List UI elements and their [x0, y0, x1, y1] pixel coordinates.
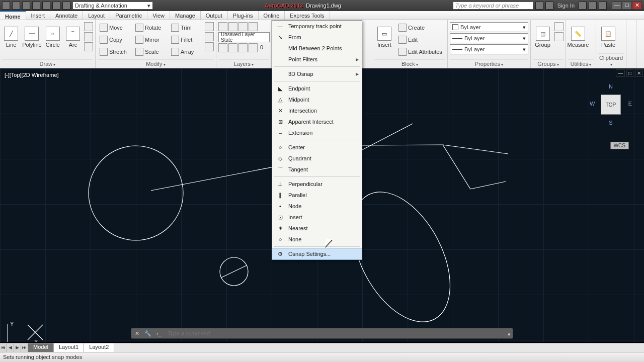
osnap-item-extension[interactable]: –Extension: [272, 127, 362, 138]
color-icon[interactable]: [249, 43, 258, 52]
qat-open-icon[interactable]: [22, 2, 30, 10]
osnap-item-intersection[interactable]: ✕Intersection: [272, 105, 362, 116]
tab-layout2[interactable]: Layout2: [84, 343, 114, 352]
layer-iso-icon[interactable]: [238, 22, 248, 31]
mirror-button[interactable]: Mirror: [133, 34, 167, 45]
search-icon[interactable]: [535, 2, 543, 10]
cmd-wrench-icon[interactable]: 🔧: [142, 328, 153, 338]
osnap-item-quadrant[interactable]: ◇Quadrant: [272, 153, 362, 164]
edit-block-button[interactable]: Edit: [396, 34, 445, 45]
stretch-button[interactable]: Stretch: [98, 46, 131, 57]
cloud-icon[interactable]: [589, 2, 597, 10]
fillet-button[interactable]: Fillet: [169, 34, 203, 45]
tab-layout1[interactable]: Layout1: [54, 343, 84, 352]
ellipse-icon[interactable]: [84, 42, 93, 51]
osnap-item-insert[interactable]: ⊡Insert: [272, 212, 362, 223]
linetype-combo[interactable]: ByLayer▾: [450, 44, 528, 54]
tab-home[interactable]: Home: [0, 11, 26, 20]
minimize-button[interactable]: —: [612, 2, 622, 10]
wcs-label[interactable]: WCS: [610, 142, 629, 149]
panel-collapse[interactable]: [626, 20, 636, 68]
tab-nav-next[interactable]: ▶: [14, 343, 21, 352]
qat-redo-icon[interactable]: [52, 2, 60, 10]
tab-nav-first[interactable]: ⏮: [0, 343, 7, 352]
cmd-history-icon[interactable]: ▴: [506, 330, 513, 337]
qat-undo-icon[interactable]: [42, 2, 50, 10]
osnap-item-midpoint[interactable]: △Midpoint: [272, 94, 362, 105]
line-button[interactable]: ╱Line: [2, 22, 20, 52]
layer-freeze-icon[interactable]: [249, 22, 258, 31]
osnap-item-point-filters[interactable]: Point Filters: [272, 54, 362, 65]
array-button[interactable]: Array: [169, 46, 203, 57]
osnap-item-perpendicular[interactable]: ⊥Perpendicular: [272, 178, 362, 190]
panel-utilities-title[interactable]: Utilities: [568, 59, 594, 68]
tab-manage[interactable]: Manage: [170, 11, 201, 20]
lineweight-combo[interactable]: ByLayer▾: [450, 33, 528, 43]
workspace-selector[interactable]: Drafting & Annotation▾: [72, 2, 153, 10]
osnap-item-from[interactable]: ↘From: [272, 32, 362, 43]
scale-button[interactable]: Scale: [133, 46, 167, 57]
qat-save-icon[interactable]: [32, 2, 40, 10]
hatch-icon[interactable]: [84, 32, 93, 41]
insert-block-button[interactable]: ▭Insert: [374, 22, 394, 52]
circle-button[interactable]: ○Circle: [44, 22, 62, 52]
layer-prev-icon[interactable]: [228, 22, 237, 31]
osnap-item-center[interactable]: ○Center: [272, 142, 362, 153]
cmd-close-icon[interactable]: ✕: [131, 328, 142, 338]
osnap-item-tangent[interactable]: ⌒Tangent: [272, 164, 362, 175]
signin-link[interactable]: Sign In: [555, 3, 577, 9]
paste-button[interactable]: 📋Paste: [598, 22, 618, 52]
layer-state-combo[interactable]: Unsaved Layer State: [218, 32, 270, 42]
rotate-button[interactable]: Rotate: [133, 22, 167, 33]
copy-button[interactable]: Copy: [98, 34, 131, 45]
ungroup-icon[interactable]: [554, 22, 564, 31]
maximize-button[interactable]: □: [622, 2, 632, 10]
group-edit-icon[interactable]: [554, 32, 564, 41]
exchange-icon[interactable]: [579, 2, 587, 10]
panel-layers-title[interactable]: Layers: [218, 59, 269, 68]
create-block-button[interactable]: Create: [396, 22, 445, 33]
view-cube[interactable]: N W TOP E S: [590, 83, 632, 126]
tab-view[interactable]: View: [147, 11, 170, 20]
lock-icon[interactable]: [238, 43, 248, 52]
tab-plugins[interactable]: Plug-ins: [228, 11, 259, 20]
measure-button[interactable]: 📏Measure: [568, 22, 588, 52]
qat-print-icon[interactable]: [62, 2, 70, 10]
osnap-item-osnap-settings-[interactable]: ⚙Osnap Settings...: [272, 248, 362, 260]
explode-icon[interactable]: [205, 32, 214, 41]
tab-output[interactable]: Output: [201, 11, 228, 20]
osnap-item-temporary-track-point[interactable]: —Temporary track point: [272, 21, 362, 32]
osnap-item-none[interactable]: ○None: [272, 234, 362, 245]
tab-express[interactable]: Express Tools: [285, 11, 330, 20]
osnap-item-node[interactable]: •Node: [272, 201, 362, 212]
panel-block-title[interactable]: Block: [374, 59, 445, 68]
tab-insert[interactable]: Insert: [26, 11, 51, 20]
osnap-item-apparent-intersect[interactable]: ⊠Apparent Intersect: [272, 116, 362, 127]
tab-model[interactable]: Model: [28, 343, 54, 352]
help-icon[interactable]: [599, 2, 607, 10]
color-combo[interactable]: ByLayer▾: [450, 22, 528, 32]
osnap-item-mid-between-2-points[interactable]: Mid Between 2 Points: [272, 43, 362, 54]
panel-modify-title[interactable]: Modify: [98, 59, 214, 68]
tab-parametric[interactable]: Parametric: [110, 11, 147, 20]
group-button[interactable]: ◫Group: [533, 22, 552, 52]
erase-icon[interactable]: [205, 22, 214, 31]
osnap-item-parallel[interactable]: ∥Parallel: [272, 190, 362, 201]
command-input[interactable]: [165, 330, 506, 336]
command-line[interactable]: ✕ 🔧 ›_ ▴: [131, 328, 513, 339]
tab-layout[interactable]: Layout: [83, 11, 110, 20]
panel-draw-title[interactable]: Draw: [2, 59, 93, 68]
help-search[interactable]: Type a keyword or phrase: [453, 2, 533, 10]
layer-prop-icon[interactable]: [218, 22, 227, 31]
osnap-item-nearest[interactable]: ✶Nearest: [272, 223, 362, 234]
tab-nav-last[interactable]: ⏭: [21, 343, 28, 352]
rect-icon[interactable]: [84, 22, 93, 31]
tab-online[interactable]: Online: [259, 11, 285, 20]
tab-nav-prev[interactable]: ◀: [7, 343, 14, 352]
edit-attr-button[interactable]: Edit Attributes: [396, 46, 445, 57]
osnap-item-endpoint[interactable]: ◣Endpoint: [272, 83, 362, 94]
close-button[interactable]: ✕: [632, 2, 642, 10]
tab-annotate[interactable]: Annotate: [50, 11, 83, 20]
panel-groups-title[interactable]: Groups: [533, 59, 564, 68]
panel-properties-title[interactable]: Properties: [450, 59, 528, 68]
